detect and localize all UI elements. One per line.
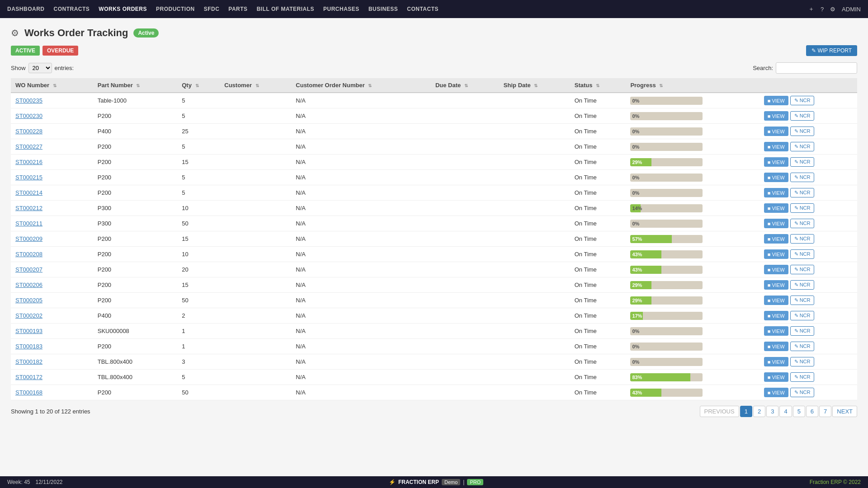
view-button[interactable]: ■ VIEW [764,296,788,305]
wo-link[interactable]: ST000212 [15,205,42,211]
ncr-button[interactable]: ✎ NCR [790,280,815,290]
col-ship-date[interactable]: Ship Date ⇅ [499,78,570,93]
wo-link[interactable]: ST000168 [15,389,42,396]
pagination-page-4[interactable]: 4 [779,406,792,417]
wo-link[interactable]: ST000227 [15,143,42,150]
view-button[interactable]: ■ VIEW [764,127,788,136]
nav-business[interactable]: BUSINESS [368,6,398,12]
ncr-button[interactable]: ✎ NCR [790,372,815,382]
view-button[interactable]: ■ VIEW [764,311,788,320]
progress-label: 0% [632,190,639,196]
ncr-button[interactable]: ✎ NCR [790,173,815,182]
pagination-page-3[interactable]: 3 [766,406,778,417]
wo-link[interactable]: ST000215 [15,174,42,181]
col-part-number[interactable]: Part Number ⇅ [93,78,178,93]
wo-link[interactable]: ST000216 [15,159,42,165]
wo-link[interactable]: ST000205 [15,297,42,304]
view-button[interactable]: ■ VIEW [764,326,788,336]
nav-sfdc[interactable]: SFDC [204,6,220,12]
wo-link[interactable]: ST000230 [15,113,42,119]
view-button[interactable]: ■ VIEW [764,388,788,397]
view-button[interactable]: ■ VIEW [764,219,788,228]
view-button[interactable]: ■ VIEW [764,249,788,259]
wo-link[interactable]: ST000214 [15,189,42,196]
view-button[interactable]: ■ VIEW [764,280,788,290]
wo-link[interactable]: ST000235 [15,97,42,104]
pagination-next[interactable]: NEXT [832,406,857,417]
pagination-page-7[interactable]: 7 [819,406,831,417]
ncr-button[interactable]: ✎ NCR [790,296,815,305]
col-qty[interactable]: Qty ⇅ [177,78,220,93]
view-button[interactable]: ■ VIEW [764,203,788,213]
col-customer[interactable]: Customer ⇅ [220,78,291,93]
wo-link[interactable]: ST000208 [15,251,42,258]
nav-admin[interactable]: ADMIN [842,6,861,13]
ncr-button[interactable]: ✎ NCR [790,311,815,320]
wo-link[interactable]: ST000211 [15,220,42,227]
nav-settings-icon[interactable]: ⚙ [830,6,835,13]
wo-link[interactable]: ST000206 [15,282,42,288]
ncr-button[interactable]: ✎ NCR [790,127,815,136]
wo-link[interactable]: ST000228 [15,128,42,135]
nav-production[interactable]: PRODUCTION [156,6,195,12]
ncr-button[interactable]: ✎ NCR [790,249,815,259]
ncr-button[interactable]: ✎ NCR [790,142,815,151]
ncr-button[interactable]: ✎ NCR [790,357,815,366]
col-con[interactable]: Customer Order Number ⇅ [291,78,431,93]
nav-add-icon[interactable]: ＋ [808,5,814,13]
wo-link[interactable]: ST000172 [15,374,42,380]
wo-link[interactable]: ST000183 [15,343,42,350]
nav-contracts[interactable]: CONTRACTS [54,6,90,12]
filter-overdue-button[interactable]: OVERDUE [42,46,78,56]
nav-purchases[interactable]: PURCHASES [323,6,359,12]
wo-link[interactable]: ST000182 [15,358,42,365]
ncr-button[interactable]: ✎ NCR [790,219,815,228]
view-button[interactable]: ■ VIEW [764,342,788,351]
nav-contacts[interactable]: CONTACTS [407,6,439,12]
ncr-button[interactable]: ✎ NCR [790,96,815,105]
view-button[interactable]: ■ VIEW [764,234,788,244]
col-status[interactable]: Status ⇅ [570,78,626,93]
ncr-button[interactable]: ✎ NCR [790,111,815,121]
col-progress[interactable]: Progress ⇅ [626,78,759,93]
view-button[interactable]: ■ VIEW [764,111,788,121]
ncr-button[interactable]: ✎ NCR [790,265,815,274]
ncr-button[interactable]: ✎ NCR [790,188,815,197]
nav-dashboard[interactable]: DASHBOARD [7,6,45,12]
col-due-date[interactable]: Due Date ⇅ [431,78,499,93]
view-button[interactable]: ■ VIEW [764,96,788,105]
cell-qty: 1 [177,339,220,354]
wo-link[interactable]: ST000209 [15,235,42,242]
pagination-page-5[interactable]: 5 [793,406,805,417]
pagination-page-6[interactable]: 6 [806,406,818,417]
pagination-page-1[interactable]: 1 [740,406,752,417]
view-button[interactable]: ■ VIEW [764,188,788,197]
wo-link[interactable]: ST000202 [15,312,42,319]
ncr-button[interactable]: ✎ NCR [790,342,815,351]
view-button[interactable]: ■ VIEW [764,173,788,182]
ncr-button[interactable]: ✎ NCR [790,326,815,336]
ncr-button[interactable]: ✎ NCR [790,157,815,167]
nav-works-orders[interactable]: WORKS ORDERS [99,6,147,12]
view-button[interactable]: ■ VIEW [764,372,788,382]
view-button[interactable]: ■ VIEW [764,357,788,366]
nav-bom[interactable]: BILL OF MATERIALS [257,6,314,12]
ncr-button[interactable]: ✎ NCR [790,388,815,397]
progress-bar-container: 29% [630,158,703,166]
col-wo-number[interactable]: WO Number ⇅ [11,78,93,93]
ncr-button[interactable]: ✎ NCR [790,203,815,213]
view-button[interactable]: ■ VIEW [764,265,788,274]
pagination-prev[interactable]: PREVIOUS [700,406,739,417]
wo-link[interactable]: ST000193 [15,328,42,334]
filter-active-button[interactable]: ACTIVE [11,46,40,56]
entries-select[interactable]: 20 50 100 [28,63,52,73]
nav-help-icon[interactable]: ? [821,6,824,13]
view-button[interactable]: ■ VIEW [764,157,788,167]
wo-link[interactable]: ST000207 [15,266,42,273]
pagination-page-2[interactable]: 2 [753,406,765,417]
nav-parts[interactable]: PARTS [228,6,247,12]
wip-report-button[interactable]: ✎ WIP REPORT [806,45,857,56]
view-button[interactable]: ■ VIEW [764,142,788,151]
ncr-button[interactable]: ✎ NCR [790,234,815,244]
search-input[interactable] [776,62,857,74]
